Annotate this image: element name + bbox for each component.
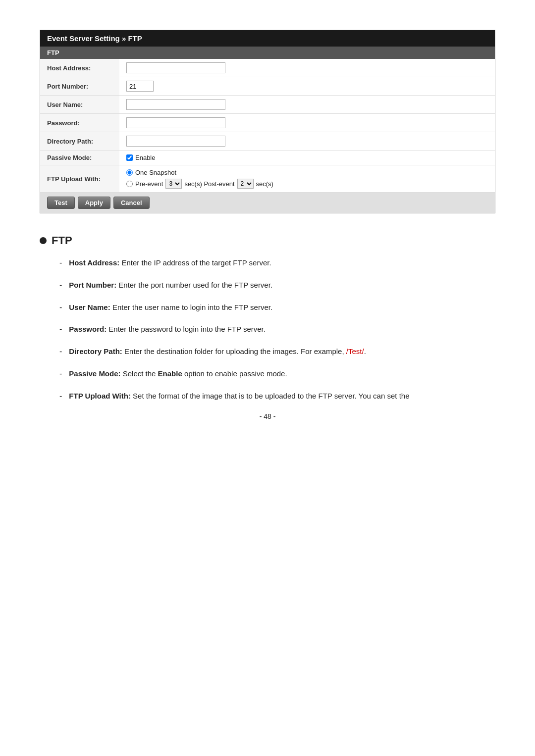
one-snapshot-text: One Snapshot: [135, 169, 176, 176]
secs-label: sec(s) Post-event: [184, 180, 234, 188]
port-number-label: Port Number:: [40, 77, 119, 96]
bold-port-number: Port Number:: [69, 281, 116, 289]
item-text-user-name: User Name: Enter the user name to login …: [69, 302, 495, 314]
one-snapshot-label[interactable]: One Snapshot: [126, 169, 488, 176]
item-text-password: Password: Enter the password to login in…: [69, 323, 495, 336]
password-input[interactable]: [126, 117, 225, 128]
pre-event-label[interactable]: Pre-event 31245 sec(s) Post-event 21345 …: [126, 179, 488, 189]
list-item-user-name: User Name: Enter the user name to login …: [40, 302, 495, 314]
passive-mode-checkbox[interactable]: [126, 154, 133, 161]
port-number-row: Port Number:: [40, 77, 495, 96]
item-text-port-number: Port Number: Enter the port number used …: [69, 279, 495, 292]
password-label: Password:: [40, 114, 119, 132]
test-button[interactable]: Test: [47, 197, 75, 209]
bold-enable: Enable: [158, 369, 182, 378]
passive-mode-row: Passive Mode: Enable: [40, 151, 495, 165]
user-name-row: User Name:: [40, 96, 495, 114]
one-snapshot-radio[interactable]: [126, 169, 133, 176]
item-text-host-address: Host Address: Enter the IP address of th…: [69, 257, 495, 269]
text-directory-path: Enter the destination folder for uploadi…: [124, 347, 346, 355]
bold-directory-path: Directory Path:: [69, 347, 122, 355]
user-name-cell: [119, 96, 495, 114]
bold-host-address: Host Address:: [69, 258, 119, 267]
text-passive-mode-1: Select the: [123, 369, 158, 378]
directory-path-label: Directory Path:: [40, 132, 119, 151]
settings-form: Host Address: Port Number: User Name: Pa…: [40, 59, 495, 193]
pre-event-text: Pre-event: [135, 180, 163, 188]
host-address-label: Host Address:: [40, 59, 119, 77]
list-item-directory-path: Directory Path: Enter the destination fo…: [40, 346, 495, 358]
bold-passive-mode: Passive Mode:: [69, 369, 120, 378]
event-server-panel: Event Server Setting » FTP FTP Host Addr…: [40, 30, 495, 213]
host-address-cell: [119, 59, 495, 77]
item-text-directory-path: Directory Path: Enter the destination fo…: [69, 346, 495, 358]
pre-event-select[interactable]: 31245: [165, 179, 182, 189]
text-directory-path-after: .: [364, 347, 366, 355]
list-item-host-address: Host Address: Enter the IP address of th…: [40, 257, 495, 269]
ftp-upload-with-row: FTP Upload With: One Snapshot Pre-event …: [40, 165, 495, 193]
ftp-upload-with-label: FTP Upload With:: [40, 165, 119, 193]
description-list: Host Address: Enter the IP address of th…: [40, 257, 495, 403]
ftp-heading-text: FTP: [52, 234, 72, 247]
panel-title: Event Server Setting » FTP: [40, 30, 495, 47]
port-number-cell: [119, 77, 495, 96]
pre-event-radio[interactable]: [126, 181, 133, 187]
user-name-input[interactable]: [126, 99, 225, 110]
text-ftp-upload-with: Set the format of the image that is to b…: [133, 392, 409, 400]
list-item-port-number: Port Number: Enter the port number used …: [40, 279, 495, 292]
red-test-path: /Test/: [346, 347, 364, 355]
directory-path-row: Directory Path:: [40, 132, 495, 151]
ftp-upload-options: One Snapshot Pre-event 31245 sec(s) Post…: [126, 169, 488, 189]
text-passive-mode-2: option to enable passive mode.: [182, 369, 287, 378]
bold-user-name: User Name:: [69, 303, 110, 311]
bullet-icon: [40, 237, 47, 244]
post-secs-label: sec(s): [256, 180, 273, 188]
ftp-upload-with-cell: One Snapshot Pre-event 31245 sec(s) Post…: [119, 165, 495, 193]
item-text-passive-mode: Passive Mode: Select the Enable option t…: [69, 368, 495, 380]
bold-password: Password:: [69, 325, 107, 333]
port-number-input[interactable]: [126, 81, 154, 92]
ftp-heading: FTP: [40, 234, 495, 247]
text-port-number: Enter the port number used for the FTP s…: [118, 281, 272, 289]
post-event-select[interactable]: 21345: [237, 179, 254, 189]
passive-mode-label: Passive Mode:: [40, 151, 119, 165]
list-item-password: Password: Enter the password to login in…: [40, 323, 495, 336]
directory-path-input[interactable]: [126, 136, 225, 147]
passive-mode-cell: Enable: [119, 151, 495, 165]
list-item-passive-mode: Passive Mode: Select the Enable option t…: [40, 368, 495, 380]
passive-mode-checkbox-label[interactable]: Enable: [126, 154, 488, 161]
cancel-button[interactable]: Cancel: [113, 197, 150, 209]
passive-mode-enable-text: Enable: [135, 154, 155, 161]
text-host-address: Enter the IP address of the target FTP s…: [121, 258, 271, 267]
text-password: Enter the password to login into the FTP…: [108, 325, 266, 333]
host-address-input[interactable]: [126, 62, 225, 73]
page-number: - 48 -: [40, 412, 495, 420]
password-cell: [119, 114, 495, 132]
item-text-ftp-upload-with: FTP Upload With: Set the format of the i…: [69, 390, 495, 403]
content-section: FTP Host Address: Enter the IP address o…: [40, 229, 495, 420]
section-header: FTP: [40, 47, 495, 59]
text-user-name: Enter the user name to login into the FT…: [112, 303, 272, 311]
user-name-label: User Name:: [40, 96, 119, 114]
password-row: Password:: [40, 114, 495, 132]
bold-ftp-upload-with: FTP Upload With:: [69, 392, 131, 400]
list-item-ftp-upload-with: FTP Upload With: Set the format of the i…: [40, 390, 495, 403]
host-address-row: Host Address:: [40, 59, 495, 77]
apply-button[interactable]: Apply: [78, 197, 110, 209]
button-row: Test Apply Cancel: [40, 193, 495, 213]
directory-path-cell: [119, 132, 495, 151]
